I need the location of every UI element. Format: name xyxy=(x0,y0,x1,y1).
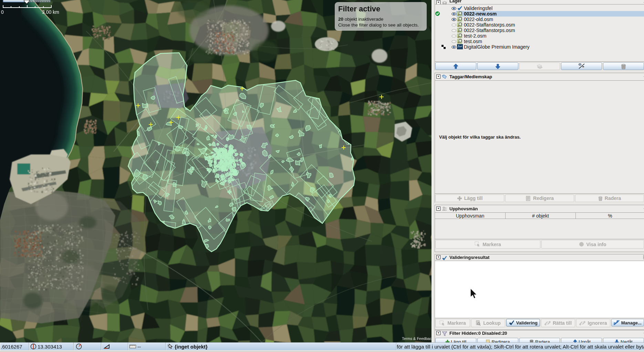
svg-text:Close the filter dialog to see: Close the filter dialog to see all objec… xyxy=(338,22,419,28)
svg-text:Terms & Feedback: Terms & Feedback xyxy=(402,336,432,341)
svg-text:20 objekt inaktiverade: 20 objekt inaktiverade xyxy=(338,17,383,22)
svg-text:0: 0 xyxy=(1,9,4,15)
svg-text:Filter active: Filter active xyxy=(338,4,380,13)
svg-text:3.00 km: 3.00 km xyxy=(42,9,59,15)
